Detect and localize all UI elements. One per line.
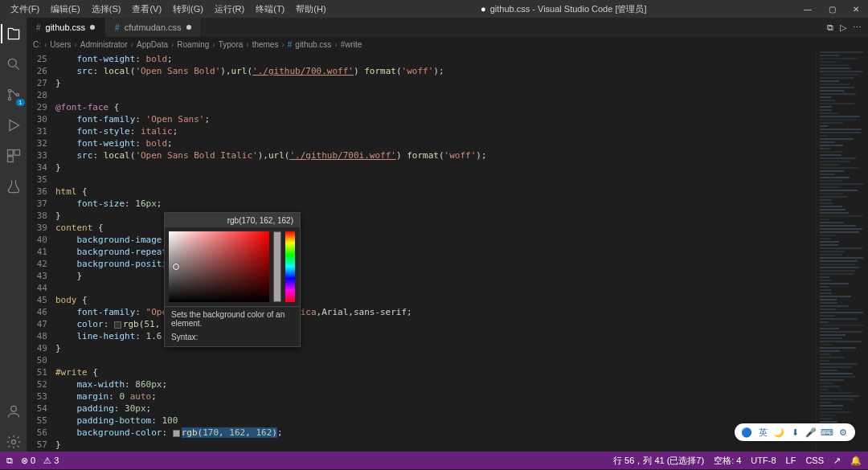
- code-line[interactable]: margin: 0 auto;: [55, 390, 816, 403]
- remote-indicator[interactable]: ⧉: [6, 456, 13, 466]
- code-line[interactable]: padding-bottom: 100: [55, 415, 816, 427]
- minimize-button[interactable]: —: [796, 0, 820, 18]
- line-number: 57: [27, 439, 47, 451]
- eol[interactable]: LF: [786, 456, 796, 465]
- line-number: 43: [27, 270, 47, 282]
- ime-lang-button[interactable]: 英: [757, 427, 768, 438]
- bc-segment[interactable]: AppData: [137, 40, 168, 49]
- code-line[interactable]: max-width: 860px;: [55, 378, 816, 390]
- minimap[interactable]: [816, 51, 868, 452]
- language-mode[interactable]: CSS: [805, 456, 824, 465]
- code-line[interactable]: }: [55, 161, 816, 174]
- line-number: 29: [27, 101, 47, 113]
- bc-segment[interactable]: Roaming: [177, 40, 209, 49]
- line-number: 58: [27, 451, 47, 452]
- line-number: 44: [27, 282, 47, 294]
- code-line[interactable]: font-family: 'Open Sans';: [55, 113, 816, 125]
- code-line[interactable]: [55, 89, 816, 101]
- color-cursor[interactable]: [173, 264, 179, 270]
- code-line[interactable]: src: local('Open Sans Bold'),url('./gith…: [55, 65, 816, 77]
- compare-icon[interactable]: ⧉: [827, 22, 833, 33]
- code-line[interactable]: font-weight: bold;: [55, 137, 816, 149]
- svg-point-2: [8, 97, 10, 100]
- bc-segment[interactable]: github.css: [295, 40, 331, 49]
- color-picker-header[interactable]: rgb(170, 162, 162): [165, 213, 300, 227]
- code-line[interactable]: [55, 451, 816, 452]
- ime-settings-icon[interactable]: ⚙: [837, 427, 849, 438]
- modified-dot-icon: [90, 25, 95, 30]
- testing-icon[interactable]: [4, 177, 23, 196]
- hue-slider[interactable]: [285, 231, 295, 302]
- warnings-count[interactable]: ⚠ 3: [43, 456, 59, 466]
- bc-segment[interactable]: Administrator: [80, 40, 128, 49]
- ime-keyboard-icon[interactable]: ⌨: [821, 427, 833, 438]
- tab-github-css[interactable]: # github.css: [27, 18, 105, 37]
- code-line[interactable]: @font-face {: [55, 101, 816, 113]
- code-line[interactable]: background-color: rgb(170, 162, 162);: [55, 427, 816, 439]
- bc-symbol[interactable]: #write: [341, 40, 362, 49]
- code-line[interactable]: font-size: 16px;: [55, 198, 816, 210]
- titlebar: 文件(F) 编辑(E) 选择(S) 查看(V) 转到(G) 运行(R) 终端(T…: [0, 0, 868, 18]
- code-line[interactable]: font-weight: bold;: [55, 53, 816, 65]
- close-button[interactable]: ✕: [844, 0, 868, 18]
- maximize-button[interactable]: ▢: [820, 0, 844, 18]
- code-line[interactable]: html {: [55, 186, 816, 198]
- svg-point-0: [8, 59, 16, 67]
- saturation-panel[interactable]: [169, 231, 269, 302]
- menu-terminal[interactable]: 终端(T): [250, 2, 290, 17]
- line-number: 50: [27, 354, 47, 366]
- code-line[interactable]: }: [55, 77, 816, 89]
- scm-badge: 1: [16, 99, 24, 106]
- code-line[interactable]: font-style: italic;: [55, 125, 816, 137]
- line-number: 39: [27, 222, 47, 234]
- tab-cfutmudan-css[interactable]: # cfutmudan.css: [105, 18, 201, 37]
- menu-edit[interactable]: 编辑(E): [45, 2, 86, 17]
- ime-logo-icon[interactable]: 🔵: [741, 427, 752, 438]
- more-icon[interactable]: ⋯: [853, 22, 862, 33]
- run-icon[interactable]: ▷: [840, 22, 846, 33]
- code-line[interactable]: [55, 174, 816, 186]
- main: 1 # github.css # cfutmudan.css ⧉ ▷ ⋯: [0, 18, 868, 452]
- run-debug-icon[interactable]: [4, 116, 23, 135]
- ime-mic-icon[interactable]: 🎤: [805, 427, 817, 438]
- feedback-icon[interactable]: ↗: [833, 456, 841, 466]
- code-line[interactable]: }: [55, 439, 816, 451]
- line-number: 52: [27, 378, 47, 390]
- indentation[interactable]: 空格: 4: [714, 455, 741, 467]
- bc-segment[interactable]: C:: [33, 40, 41, 49]
- ime-download-icon[interactable]: ⬇: [789, 427, 800, 438]
- code-editor[interactable]: 2526272829303132333435363738394041424344…: [27, 51, 868, 452]
- color-picker-popup: rgb(170, 162, 162) Sets the background c…: [164, 212, 301, 347]
- editor-area: # github.css # cfutmudan.css ⧉ ▷ ⋯ C:› U…: [27, 18, 868, 452]
- menu-view[interactable]: 查看(V): [126, 2, 167, 17]
- code-line[interactable]: #write {: [55, 366, 816, 378]
- menu-run[interactable]: 运行(R): [209, 2, 250, 17]
- code-line[interactable]: [55, 354, 816, 366]
- menu-file[interactable]: 文件(F): [5, 2, 45, 17]
- ime-moon-icon[interactable]: 🌙: [773, 427, 784, 438]
- search-icon[interactable]: [4, 55, 23, 74]
- menu-help[interactable]: 帮助(H): [290, 2, 331, 17]
- settings-icon[interactable]: [4, 432, 23, 452]
- notifications-icon[interactable]: 🔔: [850, 456, 862, 466]
- errors-count[interactable]: ⊗ 0: [21, 456, 35, 466]
- line-number: 54: [27, 403, 47, 415]
- extensions-icon[interactable]: [4, 146, 23, 166]
- window-controls: — ▢ ✕: [796, 0, 868, 18]
- menu-go[interactable]: 转到(G): [167, 2, 209, 17]
- css-file-icon: #: [288, 40, 293, 49]
- accounts-icon[interactable]: [4, 402, 23, 421]
- source-control-icon[interactable]: 1: [4, 85, 23, 104]
- breadcrumb[interactable]: C:› Users› Administrator› AppData› Roami…: [27, 37, 868, 51]
- explorer-icon[interactable]: [4, 24, 23, 43]
- ime-toolbar[interactable]: 🔵 英 🌙 ⬇ 🎤 ⌨ ⚙: [735, 423, 855, 441]
- line-number: 56: [27, 427, 47, 439]
- code-line[interactable]: src: local('Open Sans Bold Italic'),url(…: [55, 149, 816, 161]
- menu-selection[interactable]: 选择(S): [86, 2, 127, 17]
- encoding[interactable]: UTF-8: [751, 456, 776, 465]
- bc-segment[interactable]: Typora: [219, 40, 244, 49]
- code-line[interactable]: padding: 30px;: [55, 403, 816, 415]
- bc-segment[interactable]: Users: [50, 40, 71, 49]
- cursor-position[interactable]: 行 56，列 41 (已选择7): [613, 455, 704, 467]
- bc-segment[interactable]: themes: [252, 40, 279, 49]
